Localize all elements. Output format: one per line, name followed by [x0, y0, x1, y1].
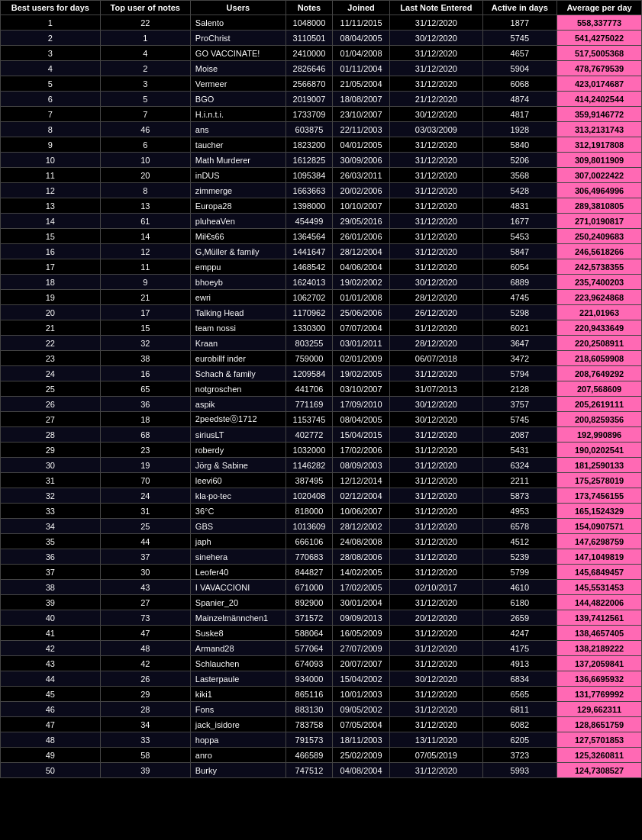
cell-36-5: 28/08/2006 — [332, 549, 389, 565]
cell-28-4: 402772 — [286, 427, 332, 443]
cell-42-6: 31/12/2020 — [390, 641, 482, 656]
cell-3-1: 3 — [1, 46, 101, 61]
cell-41-8: 138,4657405 — [557, 626, 642, 641]
table-row: 4529kiki186511610/01/200331/12/202065651… — [1, 687, 642, 702]
cell-2-1: 2 — [1, 31, 101, 46]
cell-21-6: 31/12/2020 — [390, 320, 482, 336]
cell-27-2: 18 — [100, 412, 190, 427]
cell-2-5: 08/04/2005 — [332, 31, 389, 46]
cell-39-4: 892900 — [286, 595, 332, 610]
table-row: 1120inDUS109538426/03/201131/12/20203568… — [1, 168, 642, 183]
cell-42-3: Armand28 — [190, 641, 286, 656]
cell-37-6: 31/12/2020 — [390, 565, 482, 580]
table-row: 4248Armand2857706427/07/200931/12/202041… — [1, 641, 642, 656]
cell-5-8: 423,0174687 — [557, 76, 642, 92]
cell-17-6: 31/12/2020 — [390, 259, 482, 275]
table-row: 3544japh66610624/08/200831/12/2020451214… — [1, 534, 642, 549]
table-row: 2416Schach & family120958419/02/200531/1… — [1, 366, 642, 381]
cell-10-4: 1612825 — [286, 153, 332, 168]
cell-36-6: 31/12/2020 — [390, 549, 482, 565]
cell-11-6: 31/12/2020 — [390, 168, 482, 183]
table-row: 3224kla·po·tec102040802/12/200431/12/202… — [1, 488, 642, 504]
cell-17-3: emppu — [190, 259, 286, 275]
cell-33-7: 4953 — [482, 504, 557, 519]
cell-20-4: 1170962 — [286, 305, 332, 320]
cell-29-7: 5431 — [482, 443, 557, 458]
cell-50-4: 747512 — [286, 763, 332, 778]
table-row: 2565notgroschen44170603/10/200731/07/201… — [1, 381, 642, 397]
cell-8-1: 8 — [1, 122, 101, 137]
cell-11-3: inDUS — [190, 168, 286, 183]
cell-15-3: Mil€s66 — [190, 229, 286, 244]
cell-25-3: notgroschen — [190, 381, 286, 397]
cell-23-8: 218,6059908 — [557, 351, 642, 366]
cell-37-4: 844827 — [286, 565, 332, 580]
table-row: 1461pluheaVen45449929/05/201631/12/20201… — [1, 214, 642, 229]
cell-37-5: 14/02/2005 — [332, 565, 389, 580]
cell-32-4: 1020408 — [286, 488, 332, 504]
cell-6-5: 18/08/2007 — [332, 92, 389, 107]
cell-31-3: leevi60 — [190, 473, 286, 488]
cell-15-2: 14 — [100, 229, 190, 244]
cell-21-3: team nossi — [190, 320, 286, 336]
cell-14-3: pluheaVen — [190, 214, 286, 229]
cell-14-8: 271,0190817 — [557, 214, 642, 229]
cell-14-7: 1677 — [482, 214, 557, 229]
cell-12-8: 306,4964996 — [557, 183, 642, 198]
table-row: 2017Talking Head117096225/06/200626/12/2… — [1, 305, 642, 320]
cell-25-4: 441706 — [286, 381, 332, 397]
cell-4-4: 2826646 — [286, 61, 332, 76]
cell-20-8: 221,01963 — [557, 305, 642, 320]
cell-32-5: 02/12/2004 — [332, 488, 389, 504]
cell-17-8: 242,5738355 — [557, 259, 642, 275]
cell-39-6: 31/12/2020 — [390, 595, 482, 610]
table-row: 42Moise282664601/11/200431/12/2020590447… — [1, 61, 642, 76]
cell-33-5: 10/06/2007 — [332, 504, 389, 519]
cell-39-1: 39 — [1, 595, 101, 610]
cell-48-1: 48 — [1, 732, 101, 748]
table-row: 3730Leofer4084482714/02/200531/12/202057… — [1, 565, 642, 580]
cell-9-6: 31/12/2020 — [390, 137, 482, 153]
cell-35-7: 4512 — [482, 534, 557, 549]
cell-49-5: 25/02/2009 — [332, 748, 389, 763]
cell-50-3: Burky — [190, 763, 286, 778]
cell-45-3: kiki1 — [190, 687, 286, 702]
cell-26-3: aspik — [190, 397, 286, 412]
cell-35-2: 44 — [100, 534, 190, 549]
cell-42-4: 577064 — [286, 641, 332, 656]
cell-44-8: 136,6695932 — [557, 671, 642, 687]
cell-11-8: 307,0022422 — [557, 168, 642, 183]
table-row: 4147Suske858806416/05/200931/12/20204247… — [1, 626, 642, 641]
cell-38-7: 4610 — [482, 580, 557, 595]
cell-35-8: 147,6298759 — [557, 534, 642, 549]
cell-1-8: 558,337773 — [557, 15, 642, 31]
cell-26-6: 30/12/2020 — [390, 397, 482, 412]
cell-8-7: 1928 — [482, 122, 557, 137]
cell-10-2: 10 — [100, 153, 190, 168]
cell-17-2: 11 — [100, 259, 190, 275]
cell-10-6: 31/12/2020 — [390, 153, 482, 168]
cell-34-1: 34 — [1, 519, 101, 534]
cell-17-7: 6054 — [482, 259, 557, 275]
cell-19-3: ewri — [190, 290, 286, 305]
cell-5-3: Vermeer — [190, 76, 286, 92]
cell-1-3: Salento — [190, 15, 286, 31]
cell-5-1: 5 — [1, 76, 101, 92]
cell-41-6: 31/12/2020 — [390, 626, 482, 641]
cell-44-2: 26 — [100, 671, 190, 687]
cell-16-7: 5847 — [482, 244, 557, 259]
cell-9-5: 04/01/2005 — [332, 137, 389, 153]
cell-33-3: 36°C — [190, 504, 286, 519]
table-row: 128zimmerge166366320/02/200631/12/202054… — [1, 183, 642, 198]
cell-28-1: 28 — [1, 427, 101, 443]
cell-9-3: taucher — [190, 137, 286, 153]
cell-37-7: 5799 — [482, 565, 557, 580]
cell-3-5: 01/04/2008 — [332, 46, 389, 61]
cell-28-8: 192,990896 — [557, 427, 642, 443]
cell-32-8: 173,7456155 — [557, 488, 642, 504]
cell-49-2: 58 — [100, 748, 190, 763]
cell-9-4: 1823200 — [286, 137, 332, 153]
cell-47-1: 47 — [1, 717, 101, 732]
cell-2-6: 30/12/2020 — [390, 31, 482, 46]
cell-7-6: 30/12/2020 — [390, 107, 482, 122]
